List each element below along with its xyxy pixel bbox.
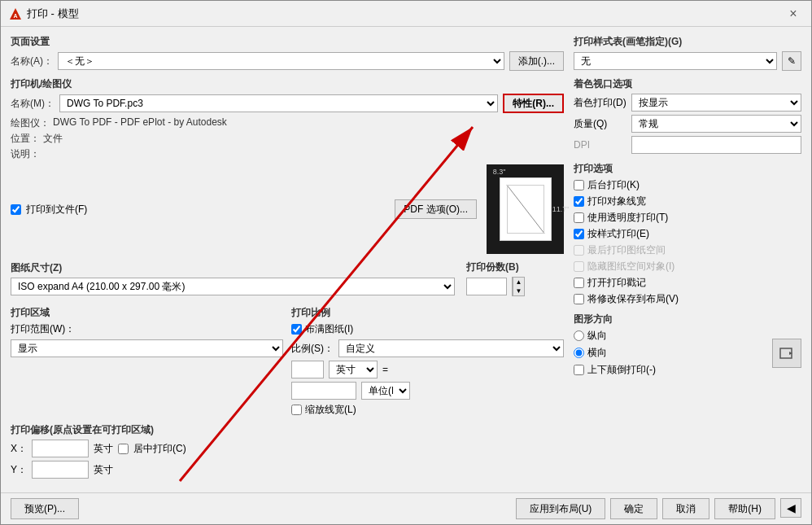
location-row: 位置： 文件 xyxy=(11,132,564,146)
dialog-title: 打印 - 模型 xyxy=(27,7,784,21)
print-to-file-checkbox[interactable] xyxy=(11,204,21,215)
paper-copies-row: 图纸尺寸(Z) ISO expand A4 (210.00 x 297.00 毫… xyxy=(11,260,564,296)
option-1: 打印对象线宽 xyxy=(574,195,801,208)
printer-name-label: 名称(M)： xyxy=(11,97,55,111)
print-offset-section: 打印偏移(原点设置在可打印区域) X： 0.000000 英寸 居中打印(C) … xyxy=(11,423,564,479)
dialog-body: 页面设置 名称(A)： ＜无＞ 添加(.)... 打印机/绘图仪 名称(M)： … xyxy=(1,27,811,492)
shade-print-select[interactable]: 按显示 xyxy=(631,94,801,112)
desc-label: 说明： xyxy=(11,147,40,161)
reverse-label: 上下颠倒打印(-) xyxy=(587,363,656,377)
preview-paper xyxy=(500,177,552,241)
portrait-radio[interactable] xyxy=(574,330,584,341)
print-dialog: A 打印 - 模型 × 页面设置 名称(A)： ＜无＞ 添加(.)... xyxy=(0,0,812,525)
close-button[interactable]: × xyxy=(784,4,803,24)
preview-diagonal xyxy=(500,178,551,240)
cancel-button[interactable]: 取消 xyxy=(662,498,709,519)
scale-row: 比例(S)： 自定义 xyxy=(291,339,564,357)
print-style-row: 无 ✎ xyxy=(574,51,801,71)
opt3-label: 按样式打印(E) xyxy=(587,227,649,241)
page-setup-label: 页面设置 xyxy=(11,35,564,49)
opt2-label: 使用透明度打印(T) xyxy=(587,211,668,225)
scale-unit2[interactable]: 单位(N) xyxy=(361,382,410,400)
shaded-viewport-label: 着色视口选项 xyxy=(574,77,801,91)
print-to-file-label: 打印到文件(F) xyxy=(26,203,87,217)
print-area-label: 打印区域 xyxy=(11,306,283,320)
scale-val2[interactable]: 1.345e+00 xyxy=(291,382,356,400)
edit-style-button[interactable]: ✎ xyxy=(782,51,801,71)
scale-label: 比例(S)： xyxy=(291,342,334,356)
range-label: 打印范围(W)： xyxy=(11,322,75,336)
bottom-left: 预览(P)... xyxy=(11,498,509,519)
scale-select[interactable]: 自定义 xyxy=(338,339,564,357)
center-checkbox[interactable] xyxy=(118,444,129,454)
ok-button[interactable]: 确定 xyxy=(610,498,657,519)
page-setup-select[interactable]: ＜无＞ xyxy=(58,52,504,70)
copies-down-button[interactable]: ▼ xyxy=(513,287,524,295)
apply-button[interactable]: 应用到布局(U) xyxy=(516,498,606,519)
print-options-section: 打印选项 后台打印(K) 打印对象线宽 使用透明度打印(T) xyxy=(574,162,801,306)
paper-size-label: 图纸尺寸(Z) xyxy=(11,261,455,275)
paper-size-select[interactable]: ISO expand A4 (210.00 x 297.00 毫米) xyxy=(11,278,455,295)
opt4-checkbox xyxy=(574,245,584,256)
opt4-label: 最后打印图纸空间 xyxy=(587,243,666,257)
print-range-select[interactable]: 显示 xyxy=(11,339,283,357)
opt0-checkbox[interactable] xyxy=(574,180,584,190)
opt7-label: 将修改保存到布局(V) xyxy=(587,292,679,306)
orientation-row: 纵向 横向 上下颠倒打印(-) xyxy=(574,329,801,377)
printer-name-select[interactable]: DWG To PDF.pc3 xyxy=(59,94,498,112)
reverse-row: 上下颠倒打印(-) xyxy=(574,363,767,377)
orientation-label: 图形方向 xyxy=(574,313,801,326)
props-button[interactable]: 特性(R)... xyxy=(503,94,564,113)
print-scale-label: 打印比例 xyxy=(291,306,564,320)
copies-up-button[interactable]: ▲ xyxy=(513,278,524,287)
fit-paper-checkbox[interactable] xyxy=(291,324,302,335)
opt5-checkbox xyxy=(574,261,584,272)
option-6: 打开打印戳记 xyxy=(574,276,801,290)
dpi-input: 100 xyxy=(631,136,801,154)
paper-size-col: 图纸尺寸(Z) ISO expand A4 (210.00 x 297.00 毫… xyxy=(11,261,455,295)
svg-line-2 xyxy=(506,185,544,234)
opt6-checkbox[interactable] xyxy=(574,278,584,288)
option-7: 将修改保存到布局(V) xyxy=(574,292,801,306)
printer-label: 打印机/绘图仪 xyxy=(11,77,564,91)
print-copies-spinner: ▲ ▼ xyxy=(512,277,525,296)
print-copies-col: 打印份数(B) 1 ▲ ▼ xyxy=(466,260,564,296)
opt1-checkbox[interactable] xyxy=(574,196,584,207)
plotter-row: 绘图仪： DWG To PDF - PDF ePlot - by Autodes… xyxy=(11,116,564,130)
x-input[interactable]: 0.000000 xyxy=(32,440,89,457)
y-label: Y： xyxy=(11,463,27,477)
reverse-checkbox[interactable] xyxy=(574,365,584,375)
portrait-row: 纵向 xyxy=(574,329,767,343)
y-input[interactable]: 0.000000 xyxy=(32,461,89,479)
option-0: 后台打印(K) xyxy=(574,178,801,192)
shrink-checkbox[interactable] xyxy=(291,405,302,415)
print-options-label: 打印选项 xyxy=(574,162,801,176)
add-page-setup-button[interactable]: 添加(.)... xyxy=(509,51,564,71)
preview-button[interactable]: 预览(P)... xyxy=(11,498,79,519)
preview-width-label: 8.3" xyxy=(474,168,526,176)
print-copies-input[interactable]: 1 xyxy=(466,278,507,295)
back-button[interactable]: ◀ xyxy=(780,498,801,518)
landscape-radio[interactable] xyxy=(574,348,584,358)
opt7-checkbox[interactable] xyxy=(574,294,584,304)
scale-val1[interactable]: 1 xyxy=(291,361,324,378)
pdf-options-button[interactable]: PDF 选项(O)... xyxy=(395,199,477,219)
offset-xy-row: X： 0.000000 英寸 居中打印(C) xyxy=(11,440,564,457)
shade-print-label: 着色打印(D) xyxy=(574,96,626,110)
help-button[interactable]: 帮助(H) xyxy=(714,498,775,519)
preview-box: 8.3" 11.7" xyxy=(487,164,564,254)
printer-section: 打印机/绘图仪 名称(M)： DWG To PDF.pc3 特性(R)... 绘… xyxy=(11,77,564,254)
right-panel: 打印样式表(画笔指定)(G) 无 ✎ 着色视口选项 着色打印(D) 按显示 xyxy=(574,35,801,484)
option-3: 按样式打印(E) xyxy=(574,227,801,241)
quality-select[interactable]: 常规 xyxy=(631,115,801,133)
area-scale-row: 打印区域 打印范围(W)： 显示 打印比例 布满图纸(I) 比例(S xyxy=(11,306,564,417)
opt3-checkbox[interactable] xyxy=(574,229,584,239)
scale-unit1[interactable]: 英寸 xyxy=(329,361,378,378)
opt2-checkbox[interactable] xyxy=(574,212,584,223)
print-style-select[interactable]: 无 xyxy=(574,52,777,70)
print-to-file-row: 打印到文件(F) PDF 选项(O)... 8.3" 11.7" xyxy=(11,164,564,254)
preview-wrapper: 8.3" 11.7" xyxy=(500,177,552,241)
orientation-options: 纵向 横向 上下颠倒打印(-) xyxy=(574,329,767,377)
options-list: 后台打印(K) 打印对象线宽 使用透明度打印(T) 按样式打印(E) xyxy=(574,178,801,306)
y-unit: 英寸 xyxy=(94,463,113,477)
